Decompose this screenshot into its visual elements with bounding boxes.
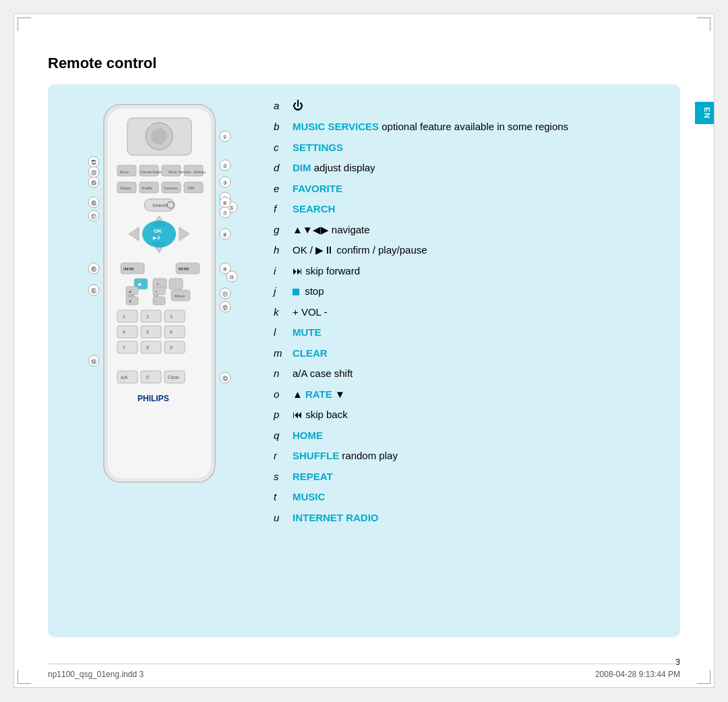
label-letter: e <box>274 181 293 197</box>
svg-text:⏮⏮: ⏮⏮ <box>123 266 134 272</box>
svg-text:■: ■ <box>138 281 142 287</box>
list-item: g ▲▼◀▶ navigate <box>274 223 667 238</box>
svg-text:0: 0 <box>146 375 149 380</box>
svg-point-28 <box>142 221 176 247</box>
svg-rect-52 <box>117 310 138 322</box>
power-icon: ⏻ <box>293 100 303 111</box>
svg-text:5: 5 <box>146 330 149 334</box>
svg-point-4 <box>151 128 167 144</box>
svg-text:⑬: ⑬ <box>222 376 228 382</box>
black-label: OK / ▶⏸ confirm / play/pause <box>293 244 427 256</box>
svg-text:②: ② <box>222 163 227 169</box>
list-item: c SETTINGS <box>274 140 667 156</box>
svg-text:⑯: ⑯ <box>91 266 96 272</box>
list-item: u INTERNET RADIO <box>274 510 667 526</box>
svg-text:Shuffle: Shuffle <box>142 186 152 190</box>
label-letter: d <box>274 160 293 176</box>
label-content: SHUFFLE random play <box>293 448 667 464</box>
label-letter: i <box>274 264 293 279</box>
label-letter: g <box>274 223 293 238</box>
list-item: p ⏮ skip back <box>274 407 667 423</box>
label-content: CLEAR <box>293 346 667 361</box>
label-letter: s <box>274 469 293 485</box>
cyan-label: HOME <box>293 430 323 441</box>
list-item: a ⏻ <box>274 98 667 114</box>
svg-text:⑰: ⑰ <box>91 214 96 220</box>
svg-text:Favorites: Favorites <box>164 186 178 190</box>
svg-text:⑱: ⑱ <box>91 200 96 206</box>
footer-left: np1100_qsg_01eng.indd 3 <box>48 670 144 679</box>
label-content: ⏮ skip back <box>293 407 667 423</box>
svg-text:1: 1 <box>123 314 125 319</box>
svg-text:㉑: ㉑ <box>91 160 96 166</box>
cyan-label: MUSIC SERVICES <box>293 121 379 132</box>
svg-text:a/A: a/A <box>121 375 128 380</box>
label-content: REPEAT <box>293 469 667 485</box>
list-item: l MUTE <box>274 325 667 341</box>
cyan-label: RATE <box>305 388 332 400</box>
svg-text:⑲: ⑲ <box>91 180 96 186</box>
svg-rect-66 <box>141 341 161 353</box>
list-item: f SEARCH <box>274 202 667 217</box>
svg-text:⑦: ⑦ <box>222 210 227 216</box>
list-item: q HOME <box>274 428 667 444</box>
label-letter: h <box>274 243 293 258</box>
svg-text:▼: ▼ <box>128 299 132 303</box>
label-content: ▲▼◀▶ navigate <box>293 223 667 238</box>
black-label: ⏭ skip forward <box>293 265 360 276</box>
label-content: ⏻ <box>293 98 667 114</box>
list-item: e FAVORITE <box>274 181 667 197</box>
cyan-label: SETTINGS <box>293 142 343 153</box>
corner-tr <box>697 18 710 31</box>
remote-svg: Music Internet Radio Music Services Sett… <box>80 98 242 502</box>
label-letter: n <box>274 366 293 382</box>
corner-br <box>697 670 710 684</box>
label-letter: k <box>274 305 293 320</box>
svg-text:Internet Radio: Internet Radio <box>140 170 162 174</box>
label-content: a/A case shift <box>293 366 667 382</box>
svg-text:⏭⏭: ⏭⏭ <box>179 266 189 272</box>
svg-text:Music: Music <box>175 294 185 298</box>
stop-square-icon <box>293 289 299 295</box>
list-item: j stop <box>274 284 667 299</box>
black-label: ▲ <box>293 388 305 400</box>
page-title: Remote control <box>48 55 680 72</box>
label-letter: c <box>274 140 293 156</box>
svg-text:⑮: ⑮ <box>91 288 96 294</box>
corner-bl <box>18 670 31 684</box>
label-letter: b <box>274 119 293 135</box>
footer: np1100_qsg_01eng.indd 3 2008-04-28 9:13:… <box>48 664 680 679</box>
list-item: i ⏭ skip forward <box>274 264 667 279</box>
main-content: Remote control <box>48 55 680 647</box>
en-tab: EN <box>695 102 714 124</box>
list-item: b MUSIC SERVICES optional feature availa… <box>274 119 667 135</box>
svg-text:+: + <box>155 289 158 293</box>
label-content: DIM adjust display <box>293 160 667 176</box>
label-letter: q <box>274 428 293 444</box>
svg-text:⑪: ⑪ <box>222 291 228 297</box>
svg-text:③: ③ <box>222 180 227 186</box>
svg-text:⑫: ⑫ <box>222 305 228 311</box>
svg-text:2: 2 <box>146 314 149 319</box>
svg-rect-64 <box>117 341 138 353</box>
svg-text:Settings: Settings <box>193 170 206 174</box>
label-content: MUTE <box>293 325 667 341</box>
remote-area: Music Internet Radio Music Services Sett… <box>61 98 260 624</box>
black-label: ⏮ skip back <box>293 409 348 420</box>
svg-text:PHILIPS: PHILIPS <box>138 394 169 403</box>
label-letter: l <box>274 325 293 341</box>
svg-text:▲: ▲ <box>128 289 132 293</box>
svg-text:▶⏸: ▶⏸ <box>153 235 161 240</box>
label-content: OK / ▶⏸ confirm / play/pause <box>293 243 667 258</box>
label-content: SETTINGS <box>293 140 667 156</box>
svg-text:DIM: DIM <box>188 186 194 190</box>
svg-text:−: − <box>155 299 158 303</box>
svg-text:4: 4 <box>123 330 125 334</box>
svg-text:Search: Search <box>152 203 167 208</box>
black-label: ▼ <box>335 388 345 400</box>
list-item: s REPEAT <box>274 469 667 485</box>
svg-text:Clear: Clear <box>168 375 179 380</box>
svg-rect-72 <box>141 371 161 383</box>
svg-rect-60 <box>141 326 161 338</box>
label-letter: t <box>274 490 293 505</box>
